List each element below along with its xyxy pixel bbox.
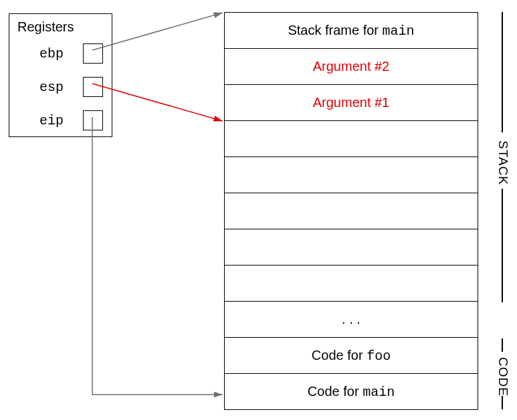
memory-row-code-main: Code for main (224, 374, 478, 410)
memory-row-empty (224, 229, 478, 266)
register-value-box (83, 110, 103, 130)
register-label: eip (39, 113, 64, 128)
stack-label: STACK (496, 140, 510, 185)
stack-bracket-line (502, 12, 503, 132)
registers-box: Registers ebp esp eip (9, 13, 112, 137)
memory-row-arg1: Argument #1 (224, 85, 478, 121)
register-row-esp: esp (9, 76, 112, 100)
memory-cell-text: Code for main (308, 384, 395, 400)
memory-table: Stack frame for main Argument #2 Argumen… (224, 12, 478, 410)
memory-row-arg2: Argument #2 (224, 49, 478, 85)
register-value-box (83, 43, 103, 64)
code-bracket-line (502, 338, 503, 352)
register-value-box (83, 77, 103, 97)
memory-cell-text: . . . (342, 312, 360, 327)
memory-row-ellipsis: . . . (224, 302, 478, 338)
stack-bracket-line (502, 189, 503, 302)
memory-row-empty (224, 157, 478, 193)
memory-cell-text: Stack frame for main (288, 23, 414, 39)
memory-row-empty (224, 121, 478, 157)
memory-cell-text: Argument #1 (313, 95, 390, 110)
register-row-ebp: ebp (9, 42, 112, 66)
registers-title: Registers (17, 19, 74, 35)
memory-row-empty (224, 266, 478, 302)
register-label: ebp (39, 46, 64, 62)
memory-cell-text: Argument #2 (313, 59, 390, 74)
code-label: CODE (496, 357, 510, 397)
code-bracket-line (502, 396, 503, 409)
arrow-eip (92, 117, 223, 395)
memory-row-code-foo: Code for foo (224, 338, 478, 374)
memory-cell-text: Code for foo (312, 348, 391, 364)
memory-row-main-frame: Stack frame for main (224, 13, 478, 49)
memory-row-empty (224, 193, 478, 229)
register-row-eip: eip (9, 109, 112, 133)
register-label: esp (39, 80, 64, 95)
